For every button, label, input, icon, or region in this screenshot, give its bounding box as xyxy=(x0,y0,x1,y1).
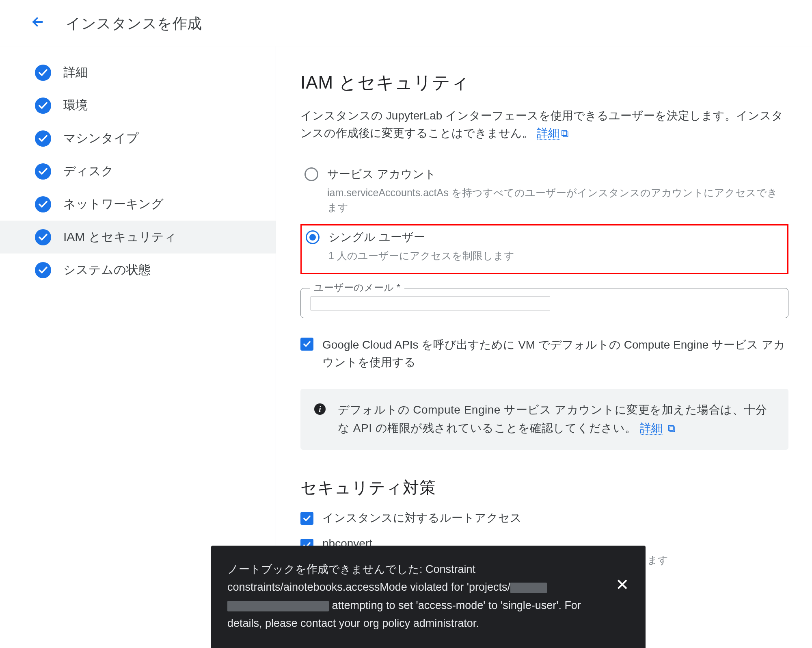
radio-sublabel: 1 人のユーザーにアクセスを制限します xyxy=(328,248,514,263)
radio-icon xyxy=(304,167,318,181)
sidebar-item-label: ディスク xyxy=(63,163,114,180)
checkbox-label: インスタンスに対するルートアクセス xyxy=(322,510,522,526)
sidebar-item-system-state[interactable]: システムの状態 xyxy=(0,254,276,286)
checkbox-checked-icon xyxy=(300,512,313,525)
sidebar-item-networking[interactable]: ネットワーキング xyxy=(0,188,276,221)
toast-message: ノートブックを作成できませんでした: Constraint constraint… xyxy=(227,560,603,633)
sidebar-item-label: マシンタイプ xyxy=(63,130,139,147)
info-icon: i xyxy=(314,403,326,415)
sidebar-item-environment[interactable]: 環境 xyxy=(0,89,276,122)
main-panel: IAM とセキュリティ インスタンスの JupyterLab インターフェースを… xyxy=(276,46,812,618)
sidebar-item-label: IAM とセキュリティ xyxy=(63,229,177,245)
info-text: デフォルトの Compute Engine サービス アカウントに変更を加えた場… xyxy=(338,403,767,434)
check-icon xyxy=(35,163,51,180)
radio-service-account[interactable]: サービス アカウント iam.serviceAccounts.actAs を持つ… xyxy=(300,163,788,225)
check-icon xyxy=(35,196,51,212)
radio-label: シングル ユーザー xyxy=(328,230,514,245)
check-icon xyxy=(35,130,51,147)
toast-text-1: ノートブックを作成できませんでした: Constraint constraint… xyxy=(227,563,510,594)
iam-section-desc: インスタンスの JupyterLab インターフェースを使用できるユーザーを決定… xyxy=(300,107,788,142)
sidebar: 詳細 環境 マシンタイプ ディスク ネットワーキング IAM とセキュリティ シ… xyxy=(0,46,276,618)
sidebar-item-label: 詳細 xyxy=(63,64,88,81)
radio-label: サービス アカウント xyxy=(327,167,781,182)
security-section-title: セキュリティ対策 xyxy=(300,477,788,499)
check-icon xyxy=(35,229,51,245)
radio-icon xyxy=(306,230,320,244)
root-access-checkbox-row[interactable]: インスタンスに対するルートアクセス xyxy=(300,510,788,526)
header: インスタンスを作成 xyxy=(0,0,812,46)
back-arrow-icon[interactable] xyxy=(30,14,45,33)
user-email-input[interactable] xyxy=(311,297,550,310)
check-icon xyxy=(35,262,51,278)
external-link-icon: ⧉ xyxy=(561,127,569,139)
info-banner: i デフォルトの Compute Engine サービス アカウントに変更を加え… xyxy=(300,389,788,450)
use-default-sa-checkbox-row[interactable]: Google Cloud APIs を呼び出すために VM でデフォルトの Co… xyxy=(300,336,788,371)
access-mode-radio-group: サービス アカウント iam.serviceAccounts.actAs を持つ… xyxy=(300,160,788,280)
sidebar-item-machine-type[interactable]: マシンタイプ xyxy=(0,122,276,155)
sidebar-item-label: ネットワーキング xyxy=(63,196,164,212)
check-icon xyxy=(35,98,51,114)
redacted-text xyxy=(510,583,547,593)
sidebar-item-iam-security[interactable]: IAM とセキュリティ xyxy=(0,221,276,254)
highlight-annotation: シングル ユーザー 1 人のユーザーにアクセスを制限します xyxy=(300,224,788,274)
close-icon[interactable]: ✕ xyxy=(615,560,629,593)
radio-single-user[interactable]: シングル ユーザー 1 人のユーザーにアクセスを制限します xyxy=(302,225,787,273)
error-toast: ノートブックを作成できませんでした: Constraint constraint… xyxy=(211,546,646,648)
sidebar-item-details[interactable]: 詳細 xyxy=(0,56,276,89)
check-icon xyxy=(35,65,51,81)
details-link[interactable]: 詳細 xyxy=(537,127,559,140)
sidebar-item-disk[interactable]: ディスク xyxy=(0,155,276,188)
page-title: インスタンスを作成 xyxy=(66,14,202,34)
sidebar-item-label: システムの状態 xyxy=(63,262,151,278)
info-details-link[interactable]: 詳細 xyxy=(640,422,663,435)
redacted-text xyxy=(227,601,329,611)
sidebar-item-label: 環境 xyxy=(63,97,88,114)
checkbox-label: Google Cloud APIs を呼び出すために VM でデフォルトの Co… xyxy=(322,336,788,371)
iam-section-title: IAM とセキュリティ xyxy=(300,71,788,95)
external-link-icon: ⧉ xyxy=(668,422,676,434)
user-email-field: ユーザーのメール * xyxy=(300,288,788,318)
radio-sublabel: iam.serviceAccounts.actAs を持つすべてのユーザーがイン… xyxy=(327,185,781,215)
checkbox-checked-icon xyxy=(300,338,313,351)
field-label: ユーザーのメール * xyxy=(310,281,404,294)
